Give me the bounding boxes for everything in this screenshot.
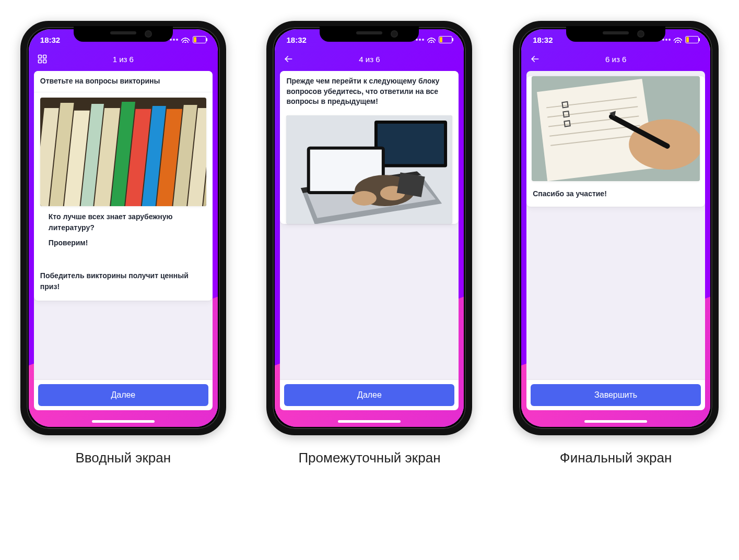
svg-rect-1	[43, 55, 46, 58]
back-icon[interactable]	[529, 53, 541, 65]
device-notch	[74, 26, 173, 42]
body-line: Кто лучше всех знает зарубежную литерату…	[40, 211, 206, 233]
card-body: Кто лучше всех знает зарубежную литерату…	[34, 206, 213, 301]
menu-grid-icon[interactable]	[36, 53, 49, 65]
body-line: Победитель викторины получит ценный приз…	[40, 270, 206, 292]
nav-bar: 1 из 6	[29, 50, 218, 68]
card-title: Ответьте на вопросы викторины	[34, 71, 213, 92]
card-image	[532, 76, 700, 181]
screen-caption: Промежуточный экран	[298, 450, 440, 466]
wifi-icon	[427, 37, 436, 43]
card-image	[286, 115, 452, 224]
screen-caption: Вводный экран	[76, 450, 171, 466]
wifi-icon	[181, 37, 190, 43]
status-time: 18:32	[533, 35, 553, 44]
content-area: Прежде чем перейти к следующему блоку во…	[280, 71, 459, 391]
svg-point-27	[352, 191, 377, 206]
progress-label: 4 из 6	[359, 55, 380, 64]
svg-rect-29	[397, 172, 425, 197]
device-notch	[320, 26, 419, 42]
finish-button[interactable]: Завершить	[531, 384, 701, 406]
home-indicator[interactable]	[92, 420, 155, 423]
status-time: 18:32	[40, 35, 60, 44]
thanks-card: Спасибо за участие!	[526, 76, 705, 207]
bottom-bar: Далее	[34, 380, 213, 410]
nav-bar: 4 из 6	[275, 50, 464, 68]
info-card: Прежде чем перейти к следующему блоку во…	[280, 71, 459, 224]
device-notch	[566, 26, 665, 42]
nav-bar: 6 из 6	[521, 50, 710, 68]
body-line: Проверим!	[40, 237, 206, 248]
next-button[interactable]: Далее	[38, 384, 208, 406]
bottom-bar: Далее	[280, 380, 459, 410]
svg-rect-2	[38, 60, 41, 63]
phone-frame: 18:32 4 из 6	[266, 21, 472, 435]
battery-icon	[193, 36, 206, 43]
card-title: Прежде чем перейти к следующему блоку во…	[280, 71, 459, 112]
svg-rect-3	[43, 60, 46, 63]
back-icon[interactable]	[282, 53, 295, 65]
content-area: Ответьте на вопросы викторины	[34, 71, 213, 391]
thanks-text: Спасибо за участие!	[526, 181, 705, 207]
wifi-icon	[674, 37, 682, 43]
screen-caption: Финальный экран	[560, 450, 672, 466]
next-button[interactable]: Далее	[284, 384, 454, 406]
phone-frame: 18:32 6 из 6	[513, 21, 719, 435]
bottom-bar: Завершить	[526, 380, 705, 410]
card-image	[40, 98, 206, 207]
progress-label: 6 из 6	[605, 55, 626, 64]
content-area: Спасибо за участие!	[526, 71, 705, 391]
phone-frame: 18:32	[20, 21, 226, 435]
status-time: 18:32	[286, 35, 306, 44]
battery-icon	[439, 36, 452, 43]
battery-icon	[685, 36, 699, 43]
home-indicator[interactable]	[338, 420, 401, 423]
svg-rect-0	[38, 55, 41, 58]
question-card: Ответьте на вопросы викторины	[34, 71, 213, 301]
home-indicator[interactable]	[584, 420, 647, 423]
progress-label: 1 из 6	[113, 55, 134, 64]
svg-rect-20	[378, 124, 444, 164]
